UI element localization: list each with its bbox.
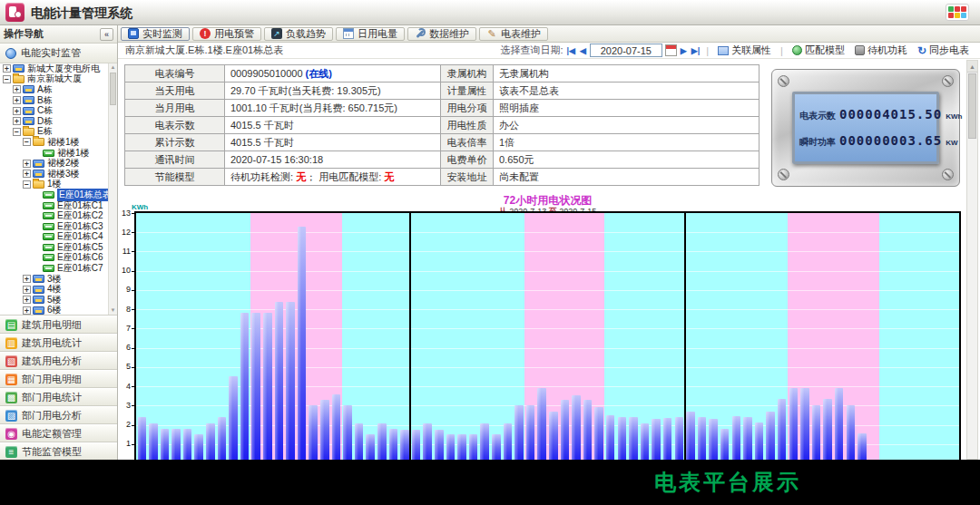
tab-数据维护[interactable]: 数据维护 bbox=[407, 27, 476, 41]
sidebar-accordion: ▤建筑用电明细▥建筑用电统计▧建筑用电分析▦部门用电明细▩部门用电统计▨部门用电… bbox=[0, 316, 117, 461]
expand-icon[interactable]: + bbox=[23, 160, 31, 168]
scroll-down-icon[interactable]: ▼ bbox=[109, 306, 117, 315]
tab-label: 数据维护 bbox=[429, 27, 469, 41]
y-axis-tick bbox=[132, 213, 134, 214]
app-logo-icon bbox=[5, 3, 24, 22]
button-匹配模型[interactable]: 匹配模型 bbox=[792, 44, 845, 57]
breadcrumb: 南京新城大厦.E栋.1楼.E座01栋总表 bbox=[125, 44, 283, 57]
tab-实时监测[interactable]: 实时监测 bbox=[121, 27, 190, 41]
expand-icon[interactable]: + bbox=[23, 296, 31, 304]
tree-scrollbar[interactable]: ▲ ▼ bbox=[108, 63, 117, 315]
row-value: 该表不是总表 bbox=[494, 83, 760, 100]
chart-unit-label: KWh bbox=[132, 203, 148, 211]
sidebar-collapse-button[interactable]: « bbox=[100, 28, 113, 41]
tab-电表维护[interactable]: 电表维护 bbox=[479, 27, 548, 41]
sidebar-item-建筑用电明细[interactable]: ▤建筑用电明细 bbox=[0, 316, 117, 334]
date-controls: 选择查询日期:|◀◀2020-07-15▶▶||关联属性|匹配模型待机功耗↻同步… bbox=[500, 44, 973, 57]
expand-icon[interactable]: + bbox=[13, 96, 21, 104]
tab-负载趋势[interactable]: 负载趋势 bbox=[264, 27, 333, 41]
collapse-icon[interactable]: − bbox=[3, 75, 11, 83]
folder-closed-icon bbox=[33, 286, 44, 294]
tree-item-南京新城大厦[interactable]: −南京新城大厦 bbox=[0, 74, 117, 85]
folder-closed-icon bbox=[33, 275, 44, 283]
sidebar-item-节能监管模型[interactable]: ≡节能监管模型 bbox=[0, 442, 117, 461]
y-axis-tick bbox=[132, 309, 134, 310]
monitor-icon bbox=[128, 28, 139, 39]
date-input[interactable]: 2020-07-15 bbox=[590, 44, 662, 57]
tree-item-6楼[interactable]: +6楼 bbox=[0, 306, 117, 316]
tree-scrollbar-thumb[interactable] bbox=[110, 73, 116, 105]
button-同步电表[interactable]: ↻同步电表 bbox=[917, 44, 969, 57]
bar-2020-7-13-h13 bbox=[286, 302, 295, 463]
sidebar-item-部门用电明细[interactable]: ▦部门用电明细 bbox=[0, 370, 117, 388]
energy-saving-model-icon: ≡ bbox=[5, 446, 17, 458]
y-axis-tick-label: 4 bbox=[118, 382, 131, 391]
row-label: 电表示数 bbox=[125, 117, 225, 134]
expand-icon[interactable]: + bbox=[3, 64, 11, 73]
scroll-up-icon[interactable]: ▲ bbox=[109, 63, 117, 72]
sidebar-item-电能定额管理[interactable]: ◉电能定额管理 bbox=[0, 424, 117, 442]
tree-item-D栋[interactable]: +D栋 bbox=[0, 116, 117, 127]
text-segment: 4015.5 千瓦时 bbox=[230, 120, 294, 131]
expand-icon[interactable]: + bbox=[13, 107, 21, 115]
row-label: 电表倍率 bbox=[441, 134, 494, 151]
y-axis-tick bbox=[132, 386, 134, 387]
bar-2020-7-14-h18 bbox=[618, 417, 627, 463]
next-page-icon[interactable]: ▶ bbox=[680, 46, 688, 55]
y-axis-tick-label: 11 bbox=[118, 247, 131, 256]
sidebar-section-realtime[interactable]: 电能实时监管 bbox=[0, 44, 117, 63]
expand-icon[interactable]: + bbox=[23, 170, 31, 178]
expand-icon[interactable]: + bbox=[23, 275, 31, 283]
meter-icon bbox=[43, 212, 54, 219]
expand-icon[interactable]: + bbox=[23, 306, 31, 315]
main-area: 实时监测用电预警负载趋势日用电量数据维护电表维护 南京新城大厦.E栋.1楼.E座… bbox=[118, 25, 980, 505]
text-segment: 1倍 bbox=[499, 137, 514, 148]
button-关联属性[interactable]: 关联属性 bbox=[718, 44, 771, 57]
meter-icon bbox=[43, 191, 54, 199]
tree-item-C栋[interactable]: +C栋 bbox=[0, 105, 117, 116]
tab-日用电量[interactable]: 日用电量 bbox=[336, 27, 405, 41]
app-window: 电能计量管理系统 操作导航 « 电能实时监管 +新城大厦变电所电−南京新城大厦+… bbox=[0, 0, 980, 505]
folder-closed-icon bbox=[23, 96, 34, 104]
collapse-icon[interactable]: − bbox=[23, 180, 31, 189]
prev-page-icon[interactable]: ◀ bbox=[579, 46, 587, 55]
calendar-picker-icon[interactable] bbox=[665, 44, 677, 56]
meter-info-table: 电表编号0009905010000 (在线)隶属机构无隶属机构当天用电29.70… bbox=[124, 64, 760, 186]
bar-2020-7-14-h22 bbox=[663, 418, 672, 463]
tab-用电预警[interactable]: 用电预警 bbox=[192, 27, 261, 41]
sidebar-item-部门用电分析[interactable]: ▨部门用电分析 bbox=[0, 406, 117, 424]
bar-2020-7-13-h3 bbox=[172, 429, 181, 463]
first-page-icon[interactable]: |◀ bbox=[565, 46, 575, 55]
row-value: 待机功耗检测: 无； 用电匹配模型: 无 bbox=[225, 169, 441, 186]
tree-item-B栋[interactable]: +B栋 bbox=[0, 95, 117, 106]
separator: | bbox=[706, 45, 709, 56]
sidebar-item-建筑用电统计[interactable]: ▥建筑用电统计 bbox=[0, 334, 117, 352]
energy-quota-icon: ◉ bbox=[5, 428, 17, 440]
scroll-up-icon[interactable]: ▲ bbox=[967, 61, 977, 73]
table-row: 电表编号0009905010000 (在线)隶属机构无隶属机构 bbox=[125, 65, 760, 83]
folder-open-icon bbox=[33, 180, 44, 189]
screw-icon bbox=[778, 169, 789, 180]
table-row: 当月用电1001.10 千瓦时(当月耗费: 650.715元)用电分项照明插座 bbox=[125, 100, 760, 117]
expand-icon[interactable]: + bbox=[13, 117, 21, 125]
bar-2020-7-13-h2 bbox=[161, 429, 170, 463]
expand-icon[interactable]: + bbox=[13, 85, 21, 93]
row-label: 隶属机构 bbox=[441, 65, 494, 83]
row-value: 无隶属机构 bbox=[494, 65, 760, 83]
tree-item-A栋[interactable]: +A栋 bbox=[0, 84, 117, 95]
sidebar-section-label: 电能实时监管 bbox=[21, 46, 81, 60]
apps-grid-icon[interactable] bbox=[946, 4, 969, 21]
sidebar-item-部门用电统计[interactable]: ▩部门用电统计 bbox=[0, 388, 117, 406]
footer-band: 电表平台展示 bbox=[0, 460, 980, 505]
button-待机功耗[interactable]: 待机功耗 bbox=[855, 44, 907, 57]
y-axis-tick bbox=[132, 232, 134, 233]
bar-2020-7-14-h0 bbox=[412, 430, 421, 463]
main-scrollbar[interactable]: ▲ bbox=[966, 60, 978, 460]
last-page-icon[interactable]: ▶| bbox=[691, 46, 701, 55]
sidebar-item-建筑用电分析[interactable]: ▧建筑用电分析 bbox=[0, 352, 117, 370]
collapse-icon[interactable]: − bbox=[13, 128, 21, 136]
main-scrollbar-thumb[interactable] bbox=[968, 73, 976, 139]
collapse-icon[interactable]: − bbox=[23, 138, 31, 146]
expand-icon[interactable]: + bbox=[23, 286, 31, 294]
folder-open-icon bbox=[33, 138, 44, 146]
